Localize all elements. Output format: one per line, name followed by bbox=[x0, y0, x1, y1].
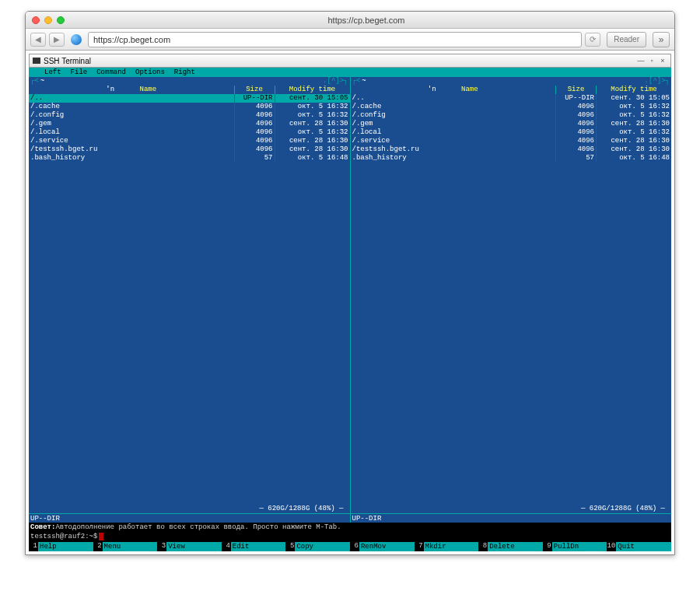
file-row[interactable]: .bash_history57окт. 5 16:48 bbox=[29, 154, 350, 163]
terminal-window-titlebar: SSH Terminal — ▫ × bbox=[29, 54, 671, 68]
fkey-bar: 1Help2Menu3View4Edit5Copy6RenMov7Mkdir8D… bbox=[29, 541, 671, 551]
file-row[interactable]: /.service4096сент. 28 16:30 bbox=[29, 137, 350, 145]
globe-icon bbox=[71, 34, 82, 45]
reader-button[interactable]: Reader bbox=[607, 32, 646, 47]
minimize-window-button[interactable] bbox=[44, 16, 52, 24]
fkey-delete[interactable]: 8Delete bbox=[478, 541, 543, 551]
fkey-edit[interactable]: 4Edit bbox=[222, 541, 286, 551]
back-button[interactable]: ◀ bbox=[30, 33, 46, 47]
file-row[interactable]: /.gem4096сент. 28 16:30 bbox=[351, 120, 672, 128]
right-panel[interactable]: ┌<~.[^]>┐'n NameSizeModify time/..UP--DI… bbox=[351, 77, 672, 523]
maximize-window-button[interactable] bbox=[57, 16, 65, 24]
url-bar[interactable]: https://cp.beget.com bbox=[88, 32, 582, 47]
file-row[interactable]: .bash_history57окт. 5 16:48 bbox=[351, 154, 672, 163]
menu-right[interactable]: Right bbox=[170, 68, 200, 77]
file-row[interactable]: /.gem4096сент. 28 16:30 bbox=[29, 120, 350, 128]
left-panel[interactable]: ┌<~.[^]>┐'n NameSizeModify time/..UP--DI… bbox=[29, 77, 351, 523]
maximize-button[interactable]: ▫ bbox=[647, 56, 656, 65]
fkey-help[interactable]: 1Help bbox=[29, 541, 93, 551]
prompt-line[interactable]: testssh@rauf2:~$ bbox=[29, 532, 671, 541]
file-row[interactable]: /testssh.bget.ru4096сент. 28 16:30 bbox=[351, 145, 672, 154]
hint-label: Совет: bbox=[30, 523, 55, 532]
file-row[interactable]: /.local4096окт. 5 16:32 bbox=[29, 128, 350, 137]
file-row[interactable]: /.local4096окт. 5 16:32 bbox=[351, 128, 672, 137]
page-content: SSH Terminal — ▫ × Left File Command Opt… bbox=[26, 51, 674, 554]
url-text: https://cp.beget.com bbox=[93, 35, 170, 44]
fkey-quit[interactable]: 10Quit bbox=[607, 541, 671, 551]
file-row[interactable]: /testssh.bget.ru4096сент. 28 16:30 bbox=[29, 145, 350, 154]
menu-options[interactable]: Options bbox=[131, 68, 170, 77]
browser-titlebar: https://cp.beget.com bbox=[26, 12, 674, 29]
traffic-lights bbox=[32, 16, 65, 24]
close-button[interactable]: × bbox=[658, 56, 667, 65]
prompt-text: testssh@rauf2:~$ bbox=[30, 533, 97, 541]
terminal[interactable]: Left File Command Options Right ┌<~.[^]>… bbox=[29, 68, 671, 551]
browser-toolbar: ◀ ▶ https://cp.beget.com ⟳ Reader » bbox=[26, 29, 674, 51]
cursor bbox=[99, 533, 103, 540]
terminal-icon bbox=[33, 58, 40, 64]
file-row[interactable]: /.config4096окт. 5 16:32 bbox=[351, 111, 672, 120]
file-row[interactable]: /.cache4096окт. 5 16:32 bbox=[29, 103, 350, 111]
fkey-renmov[interactable]: 6RenMov bbox=[350, 541, 415, 551]
forward-button[interactable]: ▶ bbox=[49, 33, 65, 47]
file-row[interactable]: /..UP--DIRсент. 30 15:05 bbox=[29, 94, 350, 103]
fkey-pulldn[interactable]: 9PullDn bbox=[543, 541, 607, 551]
file-row[interactable]: /.service4096сент. 28 16:30 bbox=[351, 137, 672, 145]
file-row[interactable]: /.config4096окт. 5 16:32 bbox=[29, 111, 350, 120]
minimize-button[interactable]: — bbox=[636, 56, 646, 65]
share-button[interactable]: » bbox=[653, 32, 670, 47]
menu-left[interactable]: Left bbox=[40, 68, 66, 77]
mc-body: ┌<~.[^]>┐'n NameSizeModify time/..UP--DI… bbox=[29, 77, 671, 523]
fkey-menu[interactable]: 2Menu bbox=[93, 541, 158, 551]
mc-menubar: Left File Command Options Right bbox=[29, 68, 671, 77]
file-row[interactable]: /..UP--DIRсент. 30 15:05 bbox=[351, 94, 672, 103]
hint-text: Автодополнение работает во всех строках … bbox=[55, 523, 341, 532]
fkey-copy[interactable]: 5Copy bbox=[285, 541, 350, 551]
terminal-title: SSH Terminal bbox=[44, 57, 91, 65]
hint-line: Совет: Автодополнение работает во всех с… bbox=[29, 523, 671, 532]
menu-command[interactable]: Command bbox=[92, 68, 131, 77]
browser-title: https://cp.beget.com bbox=[65, 16, 668, 25]
reload-button[interactable]: ⟳ bbox=[585, 33, 600, 47]
browser-window: https://cp.beget.com ◀ ▶ https://cp.bege… bbox=[25, 11, 675, 555]
close-window-button[interactable] bbox=[32, 16, 40, 24]
file-row[interactable]: /.cache4096окт. 5 16:32 bbox=[351, 103, 672, 111]
menu-file[interactable]: File bbox=[66, 68, 93, 77]
fkey-mkdir[interactable]: 7Mkdir bbox=[415, 541, 479, 551]
fkey-view[interactable]: 3View bbox=[157, 541, 222, 551]
